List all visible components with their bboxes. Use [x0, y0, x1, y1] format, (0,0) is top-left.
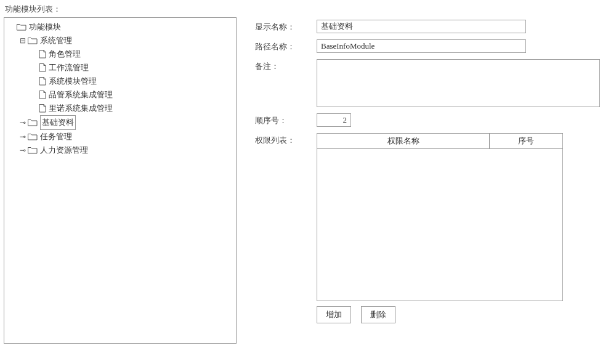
input-order[interactable]	[317, 113, 351, 127]
tree-leaf[interactable]: - 里诺系统集成管理	[30, 102, 232, 115]
tree-node-hr-mgmt[interactable]: ⊸ 人力资源管理	[19, 144, 232, 157]
detail-form-panel: 显示名称： 路径名称： 备注： 顺序号： 权限列表： 权限名称 序号	[237, 17, 612, 344]
tree-leaf[interactable]: - 系统模块管理	[30, 75, 232, 88]
label-display-name: 显示名称：	[255, 20, 317, 33]
file-icon	[39, 104, 46, 113]
perm-table-body[interactable]	[317, 149, 562, 301]
toggle-icon[interactable]: ⊸	[19, 144, 26, 157]
tree-node-base-info[interactable]: ⊸ 基础资料	[19, 115, 232, 130]
perm-header-name: 权限名称	[317, 134, 490, 148]
main-container: - 功能模块 ⊟ 系统管理 - 角色管理 - 工作流管理	[0, 17, 616, 344]
input-display-name[interactable]	[317, 20, 526, 33]
folder-icon	[28, 133, 38, 140]
file-icon	[39, 50, 46, 59]
folder-icon	[17, 23, 26, 31]
input-path-name[interactable]	[317, 39, 526, 53]
module-tree-panel[interactable]: - 功能模块 ⊟ 系统管理 - 角色管理 - 工作流管理	[4, 17, 237, 344]
perm-button-row: 增加 删除	[317, 306, 563, 323]
file-icon	[39, 91, 46, 99]
folder-icon	[28, 37, 38, 44]
tree-leaf-label: 工作流管理	[49, 61, 89, 75]
label-perm-list: 权限列表：	[255, 133, 317, 146]
toggle-icon[interactable]: ⊸	[19, 116, 26, 129]
toggle-icon[interactable]: ⊟	[19, 34, 26, 47]
perm-table[interactable]: 权限名称 序号	[317, 133, 563, 301]
tree-leaf[interactable]: - 工作流管理	[30, 61, 232, 75]
tree-root-label: 功能模块	[29, 20, 61, 34]
tree-node-system-mgmt[interactable]: ⊟ 系统管理	[19, 34, 232, 47]
tree-leaf-label: 里诺系统集成管理	[49, 102, 113, 115]
delete-button[interactable]: 删除	[361, 306, 395, 323]
label-order: 顺序号：	[255, 113, 317, 127]
file-icon	[39, 77, 46, 86]
tree-node-label: 任务管理	[40, 130, 72, 144]
perm-header-seq: 序号	[490, 134, 562, 148]
tree-node-label: 基础资料	[40, 115, 76, 130]
tree-node-label: 人力资源管理	[40, 144, 88, 157]
label-path-name: 路径名称：	[255, 39, 317, 53]
label-remark: 备注：	[255, 59, 317, 72]
add-button[interactable]: 增加	[317, 306, 351, 323]
toggle-icon[interactable]: ⊸	[19, 130, 26, 144]
tree-leaf-label: 系统模块管理	[49, 75, 97, 88]
tree-leaf-label: 角色管理	[49, 47, 81, 61]
tree-root[interactable]: - 功能模块	[8, 20, 232, 34]
tree-node-task-mgmt[interactable]: ⊸ 任务管理	[19, 130, 232, 144]
tree-leaf-label: 品管系统集成管理	[49, 88, 113, 102]
perm-list-container: 权限名称 序号 增加 删除	[317, 133, 563, 323]
tree-node-label: 系统管理	[40, 34, 72, 47]
page-title: 功能模块列表：	[0, 0, 616, 17]
folder-icon	[28, 119, 38, 126]
folder-icon	[28, 147, 38, 154]
tree-leaf[interactable]: - 角色管理	[30, 47, 232, 61]
file-icon	[39, 63, 46, 72]
input-remark[interactable]	[317, 59, 600, 107]
tree-leaf[interactable]: - 品管系统集成管理	[30, 88, 232, 102]
perm-table-header: 权限名称 序号	[317, 134, 562, 149]
